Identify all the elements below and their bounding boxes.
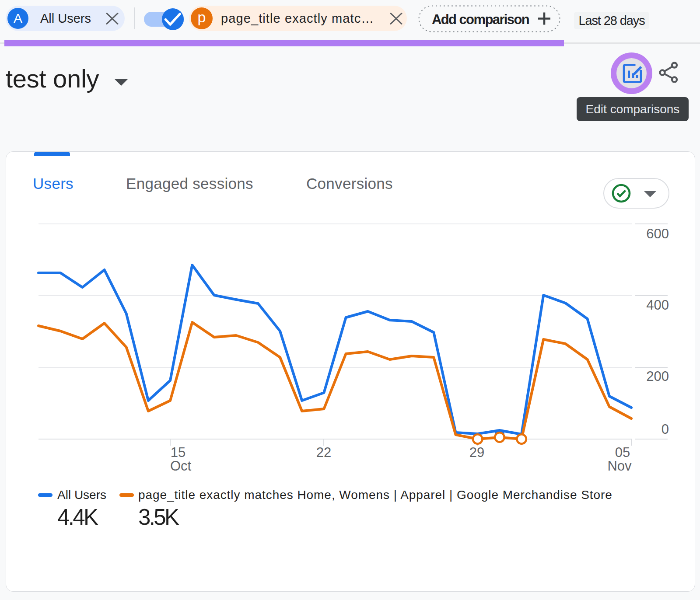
svg-text:15: 15 — [171, 445, 186, 460]
svg-text:200: 200 — [646, 369, 669, 384]
svg-text:05: 05 — [615, 445, 630, 460]
svg-text:Oct: Oct — [170, 458, 192, 472]
svg-text:29: 29 — [469, 445, 484, 460]
svg-text:22: 22 — [316, 445, 331, 460]
svg-text:600: 600 — [646, 226, 669, 241]
svg-text:Add comparison: Add comparison — [432, 12, 529, 27]
svg-text:400: 400 — [646, 297, 669, 313]
svg-text:0: 0 — [662, 422, 669, 437]
svg-text:Nov: Nov — [607, 458, 632, 472]
